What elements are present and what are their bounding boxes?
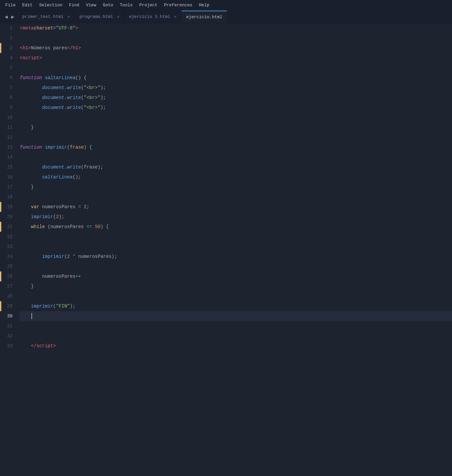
menu-project[interactable]: Project xyxy=(137,1,160,9)
ln-24: 24 xyxy=(0,252,17,262)
code-line-2 xyxy=(20,33,452,43)
ln-8: 8 xyxy=(0,93,17,103)
ln-30: 30 xyxy=(0,311,17,321)
code-line-17: } xyxy=(20,182,452,192)
editor: 1 2 3 4 5 6 7 8 9 10 11 12 13 14 15 16 1… xyxy=(0,23,452,476)
ln-27: 27 xyxy=(0,281,17,291)
ln-22: 22 xyxy=(0,232,17,242)
ln-14: 14 xyxy=(0,152,17,162)
code-line-10 xyxy=(20,113,452,122)
tab-primer-test-close[interactable]: ✕ xyxy=(67,14,70,19)
code-line-29: imprimir("FIN"); xyxy=(20,301,452,311)
tabbar: ◀ ▶ primer_test.html ✕ programa.html ✕ e… xyxy=(0,11,452,23)
code-line-6: function saltarLinea() { xyxy=(20,73,452,83)
tab-nav-arrows[interactable]: ◀ ▶ xyxy=(1,11,18,23)
menu-file[interactable]: File xyxy=(3,1,18,9)
ln-19: 19 xyxy=(0,202,17,212)
menu-preferences[interactable]: Preferences xyxy=(161,1,195,9)
menu-tools[interactable]: Tools xyxy=(117,1,135,9)
ln-25: 25 xyxy=(0,262,17,271)
menu-find[interactable]: Find xyxy=(66,1,82,9)
code-line-3: <h1>Números pares</h1> xyxy=(20,43,452,53)
ln-6: 6 xyxy=(0,73,17,83)
code-line-11: } xyxy=(20,122,452,132)
code-line-32 xyxy=(20,331,452,341)
menu-view[interactable]: View xyxy=(83,1,99,9)
tab-ejercicio[interactable]: ejercicio.html xyxy=(182,11,227,23)
code-line-19: var numerosPares = 2; xyxy=(20,202,452,212)
code-line-31 xyxy=(20,321,452,331)
menu-selection[interactable]: Selection xyxy=(36,1,65,9)
ln-33: 33 xyxy=(0,341,17,351)
ln-32: 32 xyxy=(0,331,17,341)
code-line-28 xyxy=(20,291,452,301)
ln-11: 11 xyxy=(0,122,17,132)
code-line-25 xyxy=(20,262,452,271)
ln-4: 4 xyxy=(0,53,17,63)
code-line-15: document.write(frase); xyxy=(20,162,452,172)
ln-1: 1 xyxy=(0,23,17,33)
ln-29: 29 xyxy=(0,301,17,311)
menubar: File Edit Selection Find View Goto Tools… xyxy=(0,0,452,11)
code-line-33: </script> xyxy=(20,341,452,351)
code-line-21: while (numerosPares <= 50) { xyxy=(20,222,452,232)
ln-9: 9 xyxy=(0,103,17,113)
ln-3: 3 xyxy=(0,43,17,53)
code-line-12 xyxy=(20,132,452,142)
ln-31: 31 xyxy=(0,321,17,331)
code-line-9: document.write("<br>"); xyxy=(20,103,452,113)
tab-programa-close[interactable]: ✕ xyxy=(117,14,119,19)
code-line-30 xyxy=(20,311,452,321)
ln-12: 12 xyxy=(0,132,17,142)
menu-help[interactable]: Help xyxy=(196,1,212,9)
tab-programa[interactable]: programa.html ✕ xyxy=(75,11,124,23)
ln-2: 2 xyxy=(0,33,17,43)
code-line-8: document.write("<br>"); xyxy=(20,93,452,103)
code-line-16: saltarLinea(); xyxy=(20,172,452,182)
code-line-1: <meta charset="UTF-8"> xyxy=(20,23,452,33)
code-line-4: <script> xyxy=(20,53,452,63)
tab-ejercicio3[interactable]: ejercicio 3.html ✕ xyxy=(124,11,182,23)
ln-17: 17 xyxy=(0,182,17,192)
ln-21: 21 xyxy=(0,222,17,232)
ln-15: 15 xyxy=(0,162,17,172)
code-line-26: numerosPares++ xyxy=(20,271,452,281)
ln-18: 18 xyxy=(0,192,17,202)
code-line-18 xyxy=(20,192,452,202)
tab-primer-test[interactable]: primer_test.html ✕ xyxy=(18,11,75,23)
ln-20: 20 xyxy=(0,212,17,222)
code-line-23 xyxy=(20,242,452,252)
ln-16: 16 xyxy=(0,172,17,182)
code-line-24: imprimir(2 * numerosPares); xyxy=(20,252,452,262)
code-line-14 xyxy=(20,152,452,162)
line-numbers: 1 2 3 4 5 6 7 8 9 10 11 12 13 14 15 16 1… xyxy=(0,23,17,476)
code-content[interactable]: <meta charset="UTF-8"> <h1>Números pares… xyxy=(17,23,452,476)
tab-primer-test-label: primer_test.html xyxy=(22,14,63,19)
menu-edit[interactable]: Edit xyxy=(20,1,35,9)
ln-28: 28 xyxy=(0,291,17,301)
tab-prev-arrow[interactable]: ◀ xyxy=(3,13,9,21)
ln-23: 23 xyxy=(0,242,17,252)
tab-ejercicio3-close[interactable]: ✕ xyxy=(174,14,177,19)
tab-next-arrow[interactable]: ▶ xyxy=(10,13,16,21)
code-line-7: document.write("<br>"); xyxy=(20,83,452,93)
tab-programa-label: programa.html xyxy=(79,14,113,19)
ln-26: 26 xyxy=(0,271,17,281)
code-line-20: imprimir(2); xyxy=(20,212,452,222)
ln-7: 7 xyxy=(0,83,17,93)
code-line-22 xyxy=(20,232,452,242)
ln-5: 5 xyxy=(0,63,17,73)
ln-13: 13 xyxy=(0,142,17,152)
code-line-13: function imprimir(frase) { xyxy=(20,142,452,152)
code-line-5 xyxy=(20,63,452,73)
ln-10: 10 xyxy=(0,113,17,122)
menu-goto[interactable]: Goto xyxy=(100,1,116,9)
code-line-27: } xyxy=(20,281,452,291)
tab-ejercicio3-label: ejercicio 3.html xyxy=(129,14,170,19)
tab-ejercicio-label: ejercicio.html xyxy=(186,15,222,20)
